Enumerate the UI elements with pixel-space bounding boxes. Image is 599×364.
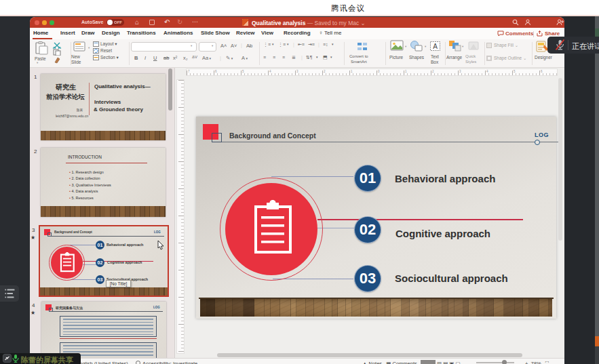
svg-text:A: A	[433, 43, 438, 50]
